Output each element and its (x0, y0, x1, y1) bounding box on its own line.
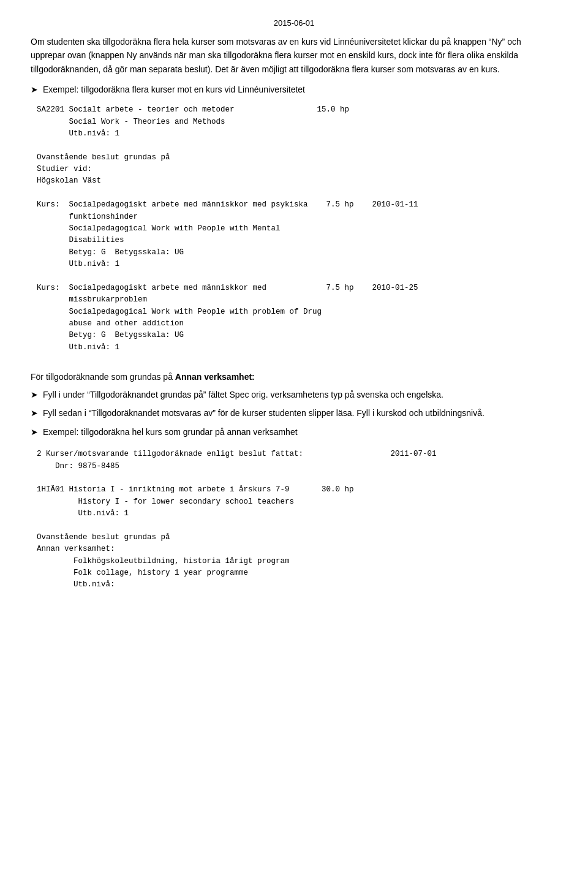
example-heading-text: Exempel: tillgodoräkna flera kurser mot … (43, 85, 305, 94)
example-heading: ➤ Exempel: tillgodoräkna flera kurser mo… (31, 85, 557, 94)
annan-verksamhet-pre: 2 Kurser/motsvarande tillgodoräknade enl… (37, 448, 557, 591)
bullet-item-1: ➤ Fyll i under “Tillgodoräknandet grunda… (31, 388, 557, 401)
bullet-item-2: ➤ Fyll sedan i “Tillgodoräknandet motsva… (31, 406, 557, 420)
annan-verksamhet-monospace-block: 2 Kurser/motsvarande tillgodoräknade enl… (31, 448, 557, 591)
bullet-arrow-1: ➤ (31, 388, 38, 401)
intro-paragraph: Om studenten ska tillgodoräkna flera hel… (31, 35, 557, 76)
example-pre: SA2201 Socialt arbete - teorier och meto… (37, 104, 557, 354)
date-header: 2015-06-01 (31, 18, 557, 28)
bullet-text-1: Fyll i under “Tillgodoräknandet grundas … (43, 388, 443, 401)
annan-verksamhet-heading: För tillgodoräknande som grundas på Anna… (31, 372, 557, 382)
bullet-text-3: Exempel: tillgodoräkna hel kurs som grun… (43, 425, 298, 439)
example-monospace-block: SA2201 Socialt arbete - teorier och meto… (31, 104, 557, 354)
bullet-text-2: Fyll sedan i “Tillgodoräknandet motsvara… (43, 406, 484, 420)
arrow-bullet-icon: ➤ (31, 85, 38, 94)
bullet-item-3: ➤ Exempel: tillgodoräkna hel kurs som gr… (31, 425, 557, 439)
annan-verksamhet-bullets: ➤ Fyll i under “Tillgodoräknandet grunda… (31, 388, 557, 439)
bullet-arrow-3: ➤ (31, 425, 38, 439)
bullet-arrow-2: ➤ (31, 406, 38, 420)
